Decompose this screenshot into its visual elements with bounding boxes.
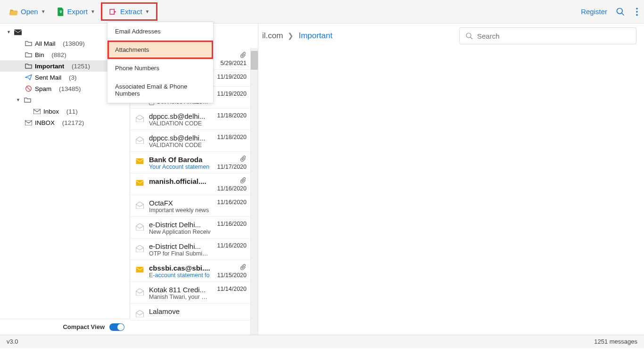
message-count-label: 1251 messages xyxy=(594,338,637,345)
chevron-down-icon: ▼ xyxy=(145,9,150,14)
extract-button-highlight: Extract ▼ xyxy=(101,2,158,21)
chevron-down-icon: ▼ xyxy=(7,30,11,34)
svg-point-3 xyxy=(636,11,638,13)
folder-open-icon xyxy=(9,8,18,16)
message-row[interactable]: Kotak 811 Credi...Manish Tiwari, your Ko… xyxy=(130,282,250,304)
status-bar: v3.0 1251 messages xyxy=(0,335,644,348)
scrollbar-thumb[interactable] xyxy=(251,51,258,70)
folder-inbox-small[interactable]: Inbox (11) xyxy=(0,106,130,117)
search-icon[interactable] xyxy=(614,5,627,18)
message-date: 11/18/2020 xyxy=(217,134,247,140)
folder-icon xyxy=(25,63,32,69)
envelope-unread-icon xyxy=(135,177,144,186)
message-date: 11/18/2020 xyxy=(217,112,247,119)
envelope-unread-icon xyxy=(135,264,144,272)
folder-label: Spam xyxy=(35,85,51,92)
message-from: manish.official.... xyxy=(149,177,211,185)
envelope-read-icon xyxy=(135,307,144,317)
extract-menu-email-addresses[interactable]: Email Addresses xyxy=(107,22,213,41)
file-export-icon xyxy=(57,8,65,16)
message-date: 11/14/2020 xyxy=(217,286,247,292)
extract-label: Extract xyxy=(120,8,142,16)
message-row[interactable]: e-District Delhi...OTP for Final Submiss… xyxy=(130,239,250,260)
extract-menu-attachments[interactable]: Attachments xyxy=(107,41,213,59)
breadcrumb-current[interactable]: Important xyxy=(298,31,332,41)
compact-view-toggle[interactable] xyxy=(109,323,124,331)
message-meta: 11/19/2020 xyxy=(215,91,247,97)
message-row[interactable]: e-District Delhi...New Application Recei… xyxy=(130,217,250,239)
message-meta: 11/16/2020 xyxy=(215,177,247,192)
svg-rect-10 xyxy=(136,158,143,164)
open-button[interactable]: Open ▼ xyxy=(4,5,51,18)
message-row[interactable]: Lalamove xyxy=(130,304,250,321)
top-toolbar: Open ▼ Export ▼ Extract ▼ Register Email… xyxy=(0,0,644,24)
message-meta: 11/14/2020 xyxy=(215,286,247,292)
message-subject: VALIDATION CODE xyxy=(149,120,211,127)
message-meta: 11/18/2020 xyxy=(215,112,247,119)
envelope-read-icon xyxy=(135,112,144,122)
message-meta: 11/16/2020 xyxy=(215,242,247,249)
message-row[interactable]: cbssbi.cas@sbi....E-account statement fo… xyxy=(130,260,250,282)
message-from: dppcc.sb@delhi... xyxy=(149,134,211,142)
svg-point-13 xyxy=(466,33,471,38)
paperclip-icon xyxy=(240,177,247,184)
svg-rect-11 xyxy=(136,180,143,186)
message-meta: 11/16/2020 xyxy=(215,199,247,206)
message-meta: 11/16/2020 xyxy=(215,221,247,227)
message-meta: 11/19/2020 xyxy=(215,74,247,80)
folder-count: (11) xyxy=(66,108,78,115)
search-box[interactable] xyxy=(459,27,636,44)
message-from: OctaFX xyxy=(149,199,211,207)
message-row[interactable]: OctaFXImportant weekly news11/16/2020 xyxy=(130,195,250,217)
message-date: 5/29/2021 xyxy=(220,60,247,66)
message-date: 11/17/2020 xyxy=(217,164,247,170)
message-row[interactable]: manish.official....11/16/2020 xyxy=(130,173,250,195)
search-input[interactable] xyxy=(477,32,630,40)
export-label: Export xyxy=(67,8,88,16)
svg-line-7 xyxy=(26,87,30,91)
envelope-read-icon xyxy=(135,134,144,144)
message-row[interactable]: dppcc.sb@delhi...VALIDATION CODE11/18/20… xyxy=(130,130,250,152)
message-meta: 11/15/2020 xyxy=(215,264,247,279)
message-from: cbssbi.cas@sbi.... xyxy=(149,264,211,272)
folder-count: (13485) xyxy=(59,85,81,92)
sent-icon xyxy=(25,74,32,80)
message-subject: Your Account statemen xyxy=(149,164,211,170)
message-date: 11/19/2020 xyxy=(217,91,247,97)
message-list-scrollbar[interactable] xyxy=(250,48,258,335)
envelope-read-icon xyxy=(135,221,144,231)
extract-menu-associated[interactable]: Associated Email & Phone Numbers xyxy=(107,77,213,103)
chevron-down-icon: ▼ xyxy=(91,9,95,14)
chevron-down-icon: ▼ xyxy=(16,98,21,102)
kebab-menu-icon[interactable] xyxy=(634,5,640,18)
message-from: Kotak 811 Credi... xyxy=(149,286,211,294)
folder-label: Important xyxy=(35,63,64,70)
open-label: Open xyxy=(21,8,38,16)
message-row[interactable]: dppcc.sb@delhi...VALIDATION CODE11/18/20… xyxy=(130,108,250,130)
svg-line-14 xyxy=(471,37,472,39)
spam-icon xyxy=(25,85,32,92)
message-meta: 5/29/2021 xyxy=(215,52,247,66)
extract-button[interactable]: Extract ▼ xyxy=(102,4,157,19)
folder-count: (13809) xyxy=(63,40,85,47)
message-from: e-District Delhi... xyxy=(149,221,211,229)
message-row[interactable]: Bank Of BarodaYour Account statemen11/17… xyxy=(130,152,250,173)
folder-icon xyxy=(25,52,32,58)
svg-point-4 xyxy=(636,14,638,16)
extract-menu-phone-numbers[interactable]: Phone Numbers xyxy=(107,59,213,77)
register-link[interactable]: Register xyxy=(581,8,607,16)
preview-pane: il.com ❯ Important xyxy=(258,24,644,335)
chevron-down-icon: ▼ xyxy=(41,9,46,14)
message-from: e-District Delhi... xyxy=(149,242,211,250)
preview-body xyxy=(258,48,644,335)
message-from: Bank Of Baroda xyxy=(149,156,211,164)
export-button[interactable]: Export ▼ xyxy=(51,5,101,19)
message-date: 11/15/2020 xyxy=(217,272,247,279)
envelope-read-icon xyxy=(135,199,144,209)
folder-inbox-caps[interactable]: INBOX (12172) xyxy=(0,117,130,128)
envelope-icon xyxy=(25,120,32,125)
message-from: dppcc.sb@delhi... xyxy=(149,112,211,120)
search-icon xyxy=(465,32,473,40)
envelope-read-icon xyxy=(135,286,144,296)
paperclip-icon xyxy=(240,264,247,271)
